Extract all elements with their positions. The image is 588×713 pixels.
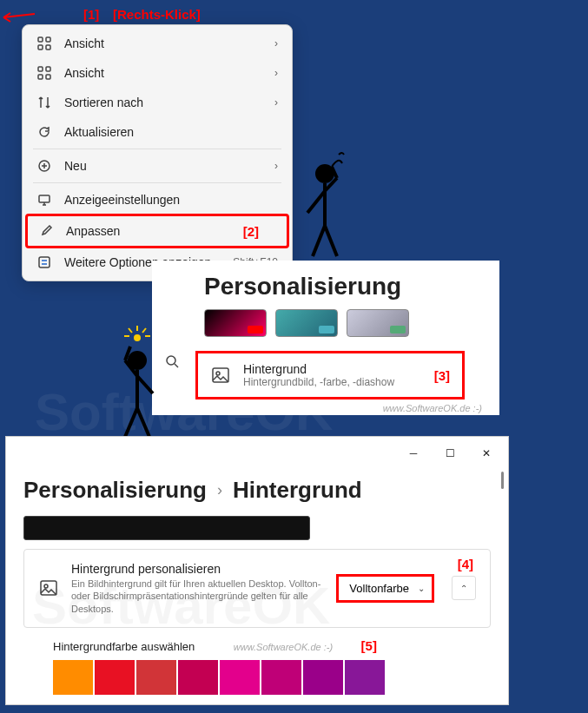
menu-label: Ansicht: [64, 36, 274, 50]
menu-label: Ansicht: [64, 66, 274, 80]
annotation-5: [5]: [361, 638, 377, 653]
svg-line-32: [125, 408, 137, 437]
title-bar: ─ ☐ ✕: [6, 437, 508, 470]
refresh-icon: [36, 124, 52, 140]
menu-label: Anzeigeeinstellungen: [64, 193, 278, 207]
svg-line-17: [325, 226, 337, 256]
color-swatch[interactable]: [345, 660, 385, 695]
search-icon[interactable]: [165, 354, 179, 372]
color-swatches: [53, 660, 461, 695]
image-icon: [38, 578, 59, 598]
menu-label: Anpassen: [66, 224, 243, 238]
color-swatch[interactable]: [95, 660, 135, 695]
display-icon: [36, 192, 52, 208]
svg-rect-6: [38, 75, 43, 79]
chevron-down-icon: ⌄: [418, 584, 425, 593]
scrollbar[interactable]: [498, 472, 506, 703]
stick-figure-thinking: [301, 148, 353, 261]
svg-rect-2: [38, 45, 43, 50]
svg-rect-5: [46, 67, 50, 71]
dropdown-value: Volltonfarbe: [349, 582, 409, 595]
context-menu: Ansicht › Ansicht › Sortieren nach › Akt…: [22, 24, 293, 281]
sort-icon: [36, 95, 52, 110]
svg-line-23: [142, 328, 146, 333]
theme-thumb[interactable]: [347, 309, 409, 337]
svg-rect-3: [46, 45, 50, 50]
maximize-button[interactable]: ☐: [432, 440, 468, 466]
menu-label: Neu: [64, 159, 274, 173]
annotation-1: [1]: [83, 7, 99, 22]
personalize-background-card: Hintergrund personalisieren Ein Bildhint…: [23, 549, 491, 628]
color-swatch[interactable]: [136, 660, 176, 695]
personalization-panel: Personalisierung Hintergrund Hintergrund…: [152, 261, 499, 415]
svg-point-20: [167, 356, 175, 365]
menu-item-view1[interactable]: Ansicht ›: [26, 29, 288, 58]
stick-figure-idea: [111, 326, 163, 439]
chevron-right-icon: ›: [274, 67, 278, 79]
theme-thumb[interactable]: [275, 309, 338, 337]
card-text: Hintergrund personalisieren Ein Bildhint…: [71, 562, 324, 615]
svg-rect-1: [46, 37, 50, 42]
theme-thumb[interactable]: [204, 309, 267, 337]
background-type-dropdown[interactable]: Volltonfarbe ⌄: [336, 574, 434, 603]
background-card[interactable]: Hintergrund Hintergrundbild, -farbe, -di…: [195, 351, 465, 399]
svg-line-22: [129, 328, 132, 333]
expand-button[interactable]: ⌃: [452, 576, 476, 600]
close-button[interactable]: ✕: [468, 440, 505, 466]
breadcrumb-item: Hintergrund: [233, 477, 362, 504]
brush-icon: [38, 223, 54, 239]
annotation-3: [3]: [434, 368, 450, 383]
svg-rect-7: [46, 75, 50, 79]
card-subtitle: Hintergrundbild, -farbe, -diashow: [243, 376, 422, 388]
settings-window: ─ ☐ ✕ Personalisierung › Hintergrund [4]…: [5, 436, 509, 705]
image-icon: [210, 365, 231, 386]
menu-item-new[interactable]: Neu ›: [26, 151, 288, 181]
svg-rect-0: [38, 37, 43, 42]
color-swatch[interactable]: [303, 660, 343, 695]
watermark: www.SoftwareOK.de :-): [216, 638, 350, 654]
menu-label: Aktualisieren: [64, 125, 278, 139]
watermark: www.SoftwareOK.de :-): [152, 399, 499, 415]
svg-line-31: [137, 376, 153, 393]
card-text: Hintergrund Hintergrundbild, -farbe, -di…: [243, 362, 422, 388]
color-swatch[interactable]: [178, 660, 218, 695]
color-swatch[interactable]: [220, 660, 260, 695]
menu-divider: [33, 149, 281, 149]
menu-item-display-settings[interactable]: Anzeigeeinstellungen: [26, 185, 288, 215]
theme-thumbnails: [152, 309, 499, 344]
annotation-1-label: [Rechts-Klick]: [113, 7, 201, 22]
menu-label: Sortieren nach: [64, 96, 274, 109]
more-icon: [36, 254, 52, 270]
svg-line-16: [313, 226, 325, 256]
preview-thumbnail: [23, 516, 310, 540]
chevron-right-icon: ›: [217, 481, 222, 499]
menu-item-sort[interactable]: Sortieren nach ›: [26, 88, 288, 117]
annotation-4: [4]: [458, 557, 473, 571]
chevron-right-icon: ›: [274, 160, 278, 172]
card-subtitle: Ein Bildhintergrund gilt für Ihren aktue…: [71, 578, 324, 615]
color-section: Hintergrundfarbe auswählen www.SoftwareO…: [23, 638, 491, 695]
arrow-annotation: [2, 9, 36, 26]
grid-icon: [36, 65, 52, 81]
menu-item-personalize[interactable]: Anpassen [2]: [25, 214, 289, 248]
menu-divider: [33, 182, 281, 183]
svg-rect-10: [39, 257, 50, 267]
chevron-right-icon: ›: [274, 96, 278, 109]
chevron-right-icon: ›: [274, 37, 278, 50]
breadcrumb-item[interactable]: Personalisierung: [23, 477, 207, 504]
panel-title: Personalisierung: [152, 261, 499, 309]
color-swatch[interactable]: [261, 660, 301, 695]
svg-line-13: [307, 191, 325, 213]
svg-rect-4: [38, 67, 43, 71]
svg-line-33: [137, 408, 149, 437]
color-swatch[interactable]: [53, 660, 93, 695]
menu-item-view2[interactable]: Ansicht ›: [26, 58, 288, 88]
card-title: Hintergrund: [243, 362, 422, 376]
svg-rect-9: [39, 195, 50, 202]
menu-item-refresh[interactable]: Aktualisieren: [26, 117, 288, 147]
svg-point-26: [134, 334, 141, 341]
minimize-button[interactable]: ─: [395, 440, 432, 466]
card-title: Hintergrund personalisieren: [71, 562, 324, 576]
plus-circle-icon: [36, 158, 52, 174]
svg-point-35: [44, 584, 48, 588]
